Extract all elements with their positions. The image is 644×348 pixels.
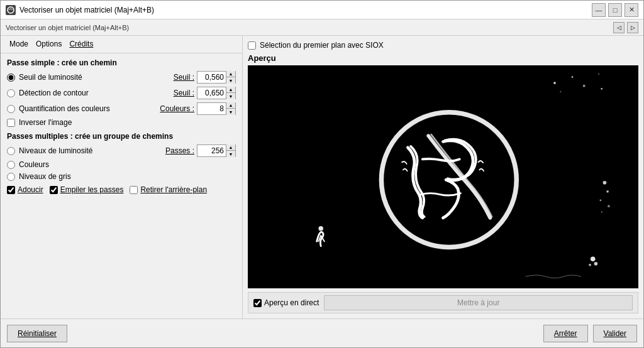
quantif-label-part: Quantification des couleurs (7, 104, 160, 113)
couleurs-down-btn[interactable]: ▼ (226, 109, 235, 115)
seuil-spin-part: Seuil : ▲ ▼ (174, 71, 236, 84)
svg-point-3 (572, 76, 574, 78)
valider-label: Valider (604, 329, 626, 338)
menu-options[interactable]: Options (32, 38, 65, 50)
quantif-label[interactable]: Quantification des couleurs (19, 104, 110, 113)
reinitialiser-button[interactable]: Réinitialiser (7, 325, 67, 342)
seuil-lum-radio[interactable] (7, 73, 15, 82)
close-button[interactable]: ✕ (625, 3, 638, 17)
mettre-a-jour-button[interactable]: Mettre à jour (324, 295, 633, 310)
svg-point-6 (601, 88, 602, 90)
niveaux-lum-radio[interactable] (7, 147, 15, 155)
svg-point-9 (606, 190, 609, 193)
main-content: Mode Options Crédits Passe simple : crée… (1, 36, 643, 318)
svg-point-8 (603, 181, 607, 185)
retirer-group: Retirer l'arrière-plan (130, 185, 207, 194)
minimize-button[interactable]: — (592, 3, 606, 17)
bottom-bar: Réinitialiser Arrêter Valider (1, 318, 643, 347)
menu-credits[interactable]: Crédits (65, 38, 97, 50)
detection-label[interactable]: Détection de contour (19, 89, 89, 97)
svg-point-4 (583, 85, 586, 87)
seuil2-input[interactable] (197, 87, 226, 99)
couleurs-spinbox-btns: ▲ ▼ (226, 102, 235, 115)
left-panel: Mode Options Crédits Passe simple : crée… (1, 36, 243, 318)
couleurs-multi-label[interactable]: Couleurs (19, 160, 49, 169)
niveaux-gris-row: Niveaux de gris (7, 172, 236, 181)
adoucir-group: Adoucir (7, 185, 43, 194)
apercu-title: Aperçu (248, 53, 638, 63)
inverser-checkbox[interactable] (7, 119, 15, 127)
couleurs-label: Couleurs : (160, 104, 194, 113)
preview-container (248, 65, 638, 288)
main-window: Vectoriser un objet matriciel (Maj+Alt+B… (0, 0, 644, 348)
menu-mode[interactable]: Mode (6, 38, 32, 50)
passes-up-btn[interactable]: ▲ (226, 144, 235, 151)
window-title: Vectoriser un objet matriciel (Maj+Alt+B… (19, 6, 154, 14)
valider-button[interactable]: Valider (593, 325, 637, 342)
passes-label: Passes : (165, 146, 194, 155)
adoucir-checkbox[interactable] (7, 186, 15, 194)
apercu-direct-label[interactable]: Aperçu en direct (264, 298, 319, 307)
passes-down-btn[interactable]: ▼ (226, 151, 235, 157)
niveaux-gris-label[interactable]: Niveaux de gris (19, 172, 71, 181)
couleurs-up-btn[interactable]: ▲ (226, 102, 235, 109)
detection-spin-part: Seuil : ▲ ▼ (174, 87, 236, 99)
siox-row: Sélection du premier plan avec SIOX (248, 41, 638, 50)
title-bar-left: Vectoriser un objet matriciel (Maj+Alt+B… (6, 5, 154, 15)
seuil-lum-label-part: Seuil de luminosité (7, 73, 174, 82)
preview-svg (248, 65, 638, 288)
passes-spinbox: ▲ ▼ (197, 144, 236, 157)
reinitialiser-label: Réinitialiser (18, 329, 57, 338)
niveaux-lum-label-part: Niveaux de luminosité (7, 146, 165, 155)
subtitle-text: Vectoriser un objet matriciel (Maj+Alt+B… (6, 24, 129, 31)
seuil-down-btn[interactable]: ▼ (226, 77, 235, 84)
detection-radio[interactable] (7, 89, 15, 97)
preview-bottom-bar: Aperçu en direct Mettre à jour (248, 292, 638, 313)
subtitle-icon-btn-2[interactable]: ▷ (627, 22, 638, 33)
retirer-label[interactable]: Retirer l'arrière-plan (140, 185, 207, 194)
seuil-input[interactable] (197, 72, 226, 83)
retirer-checkbox[interactable] (130, 186, 138, 194)
couleurs-multi-radio[interactable] (7, 161, 15, 169)
options-row: Adoucir Empiler les passes Retirer l'arr… (7, 185, 236, 194)
svg-point-10 (599, 199, 601, 201)
inverser-row: Inverser l'image (7, 118, 236, 127)
seuil-up-btn[interactable]: ▲ (226, 71, 235, 77)
niveaux-gris-radio[interactable] (7, 173, 15, 181)
apercu-direct-checkbox[interactable] (253, 299, 262, 307)
svg-point-17 (318, 226, 323, 231)
panel-body: Passe simple : crée un chemin Seuil de l… (1, 53, 242, 318)
seuil-lum-label[interactable]: Seuil de luminosité (19, 73, 82, 82)
quantif-radio[interactable] (7, 105, 15, 113)
passes-spin-part: Passes : ▲ ▼ (165, 144, 236, 157)
inverser-label[interactable]: Inverser l'image (19, 118, 72, 127)
maximize-button[interactable]: □ (608, 3, 622, 17)
siox-checkbox[interactable] (248, 41, 256, 50)
svg-point-0 (8, 7, 14, 13)
arreter-button[interactable]: Arrêter (543, 325, 588, 342)
svg-point-14 (594, 262, 598, 266)
bottom-left: Réinitialiser (7, 325, 67, 342)
app-icon (6, 5, 16, 15)
detection-row: Détection de contour Seuil : ▲ ▼ (7, 87, 236, 99)
svg-rect-1 (273, 65, 614, 288)
seuil-lum-row: Seuil de luminosité Seuil : ▲ ▼ (7, 71, 236, 84)
adoucir-label[interactable]: Adoucir (18, 185, 43, 194)
seuil2-down-btn[interactable]: ▼ (226, 93, 235, 99)
empiler-label[interactable]: Empiler les passes (60, 185, 124, 194)
svg-point-11 (608, 205, 610, 207)
seuil2-up-btn[interactable]: ▲ (226, 87, 235, 93)
apercu-direct-group: Aperçu en direct (253, 298, 319, 307)
empiler-checkbox[interactable] (50, 186, 58, 194)
niveaux-lum-label[interactable]: Niveaux de luminosité (19, 146, 92, 155)
window-controls: — □ ✕ (592, 3, 638, 17)
couleurs-input[interactable] (197, 103, 226, 114)
niveaux-lum-row: Niveaux de luminosité Passes : ▲ ▼ (7, 144, 236, 157)
passe-simple-title: Passe simple : crée un chemin (7, 58, 236, 67)
passes-input[interactable] (197, 145, 226, 156)
siox-label[interactable]: Sélection du premier plan avec SIOX (260, 41, 384, 50)
detection-label-part: Détection de contour (7, 89, 174, 97)
empiler-group: Empiler les passes (50, 185, 124, 194)
subtitle-icon-btn-1[interactable]: ◁ (613, 22, 625, 33)
menu-bar: Mode Options Crédits (1, 36, 242, 53)
